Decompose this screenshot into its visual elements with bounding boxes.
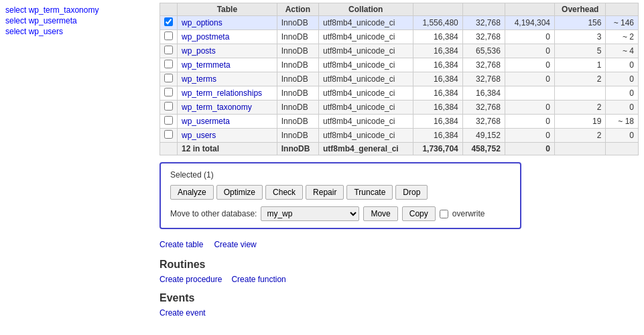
table-data-length: 16,384 <box>413 86 462 100</box>
table-overhead: 3 <box>555 30 606 44</box>
table-header <box>160 3 178 16</box>
table-index-length: 32,768 <box>462 30 505 44</box>
table-size: 0 <box>505 72 554 86</box>
row-checkbox[interactable] <box>164 130 173 139</box>
table-row: wp_termmetaInnoDButf8mb4_unicode_ci16,38… <box>160 58 639 72</box>
table-overhead2: ~ 4 <box>606 44 639 58</box>
total-engine: InnoDB <box>277 143 318 155</box>
table-overhead: 2 <box>555 100 606 115</box>
routines-links: Create procedure Create function <box>159 275 639 284</box>
repair-button[interactable]: Repair <box>306 185 344 200</box>
table-name-link[interactable]: wp_term_relationships <box>182 88 262 98</box>
row-checkbox[interactable] <box>164 60 173 68</box>
table-index-length: 65,536 <box>462 44 505 58</box>
table-name-link[interactable]: wp_postmeta <box>182 32 229 42</box>
table-name-link[interactable]: wp_terms <box>182 74 216 84</box>
row-checkbox[interactable] <box>164 17 173 26</box>
table-data-length: 16,384 <box>413 72 462 86</box>
create-procedure-link[interactable]: Create procedure <box>159 275 222 284</box>
create-table-link[interactable]: Create table <box>159 240 203 249</box>
table-overhead2: ~ 146 <box>606 16 639 30</box>
table-overhead <box>555 86 606 100</box>
overwrite-checkbox[interactable] <box>440 210 448 218</box>
move-label: Move to other database: <box>170 209 257 218</box>
table-overhead: 2 <box>555 72 606 86</box>
create-function-link[interactable]: Create function <box>231 275 285 284</box>
table-index-length: 49,152 <box>462 129 505 143</box>
table-data-length: 16,384 <box>413 58 462 72</box>
selected-box: Selected (1) AnalyzeOptimizeCheckRepairT… <box>159 162 521 229</box>
sidebar: select wp_term_taxonomyselect wp_usermet… <box>0 0 154 335</box>
row-checkbox[interactable] <box>164 46 173 54</box>
table-name-link[interactable]: wp_termmeta <box>182 60 231 70</box>
table-collation: utf8mb4_unicode_ci <box>318 30 413 44</box>
copy-button[interactable]: Copy <box>402 206 436 221</box>
table-engine: InnoDB <box>277 58 318 72</box>
analyze-button[interactable]: Analyze <box>170 185 214 200</box>
table-row: wp_postsInnoDButf8mb4_unicode_ci16,38465… <box>160 44 639 58</box>
row-checkbox[interactable] <box>164 102 173 111</box>
table-name-link[interactable]: wp_term_taxonomy <box>182 103 252 112</box>
total-collation: utf8mb4_general_ci <box>318 143 413 155</box>
table-index-length: 32,768 <box>462 58 505 72</box>
total-index-length: 458,752 <box>462 143 505 155</box>
sidebar-link[interactable]: select wp_usermeta <box>5 16 149 25</box>
total-size: 0 <box>505 143 554 155</box>
table-engine: InnoDB <box>277 86 318 100</box>
action-buttons: AnalyzeOptimizeCheckRepairTruncateDrop <box>170 185 511 200</box>
table-name-link[interactable]: wp_options <box>182 18 222 27</box>
total-row: 12 in totalInnoDButf8mb4_general_ci1,736… <box>160 143 639 155</box>
table-overhead2: 0 <box>606 86 639 100</box>
table-header: Collation <box>318 3 413 16</box>
table-data-length: 16,384 <box>413 115 462 129</box>
check-button[interactable]: Check <box>265 185 303 200</box>
table-data-length: 1,556,480 <box>413 16 462 30</box>
sidebar-link[interactable]: select wp_users <box>5 27 149 36</box>
table-engine: InnoDB <box>277 100 318 115</box>
row-checkbox[interactable] <box>164 31 173 40</box>
sidebar-link[interactable]: select wp_term_taxonomy <box>5 5 149 15</box>
row-checkbox[interactable] <box>164 116 173 125</box>
table-collation: utf8mb4_unicode_ci <box>318 72 413 86</box>
table-name-link[interactable]: wp_posts <box>182 46 216 56</box>
table-collation: utf8mb4_unicode_ci <box>318 86 413 100</box>
table-index-length: 32,768 <box>462 16 505 30</box>
total-data-length: 1,736,704 <box>413 143 462 155</box>
table-collation: utf8mb4_unicode_ci <box>318 16 413 30</box>
row-checkbox[interactable] <box>164 88 173 96</box>
table-name-link[interactable]: wp_users <box>182 131 216 140</box>
table-size: 0 <box>505 100 554 115</box>
create-event-link[interactable]: Create event <box>159 308 206 318</box>
table-overhead2: 0 <box>606 72 639 86</box>
row-checkbox[interactable] <box>164 74 173 82</box>
table-header <box>505 3 554 16</box>
optimize-button[interactable]: Optimize <box>216 185 263 200</box>
table-name-link[interactable]: wp_usermeta <box>182 117 230 126</box>
truncate-button[interactable]: Truncate <box>346 185 393 200</box>
table-overhead: 19 <box>555 115 606 129</box>
table-collation: utf8mb4_unicode_ci <box>318 44 413 58</box>
table-index-length: 32,768 <box>462 72 505 86</box>
create-view-link[interactable]: Create view <box>214 240 256 249</box>
table-overhead2: 0 <box>606 100 639 115</box>
table-data-length: 16,384 <box>413 44 462 58</box>
table-index-length: 32,768 <box>462 100 505 115</box>
table-engine: InnoDB <box>277 115 318 129</box>
table-overhead: 156 <box>555 16 606 30</box>
move-button[interactable]: Move <box>363 206 397 221</box>
table-row: wp_term_relationshipsInnoDButf8mb4_unico… <box>160 86 639 100</box>
table-header: Action <box>277 3 318 16</box>
table-header: Overhead <box>555 3 606 16</box>
table-index-length: 32,768 <box>462 115 505 129</box>
table-overhead2: ~ 18 <box>606 115 639 129</box>
table-overhead: 5 <box>555 44 606 58</box>
table-engine: InnoDB <box>277 129 318 143</box>
database-select[interactable]: my_wpinformation_schemamysqlperformance_… <box>261 206 359 221</box>
drop-button[interactable]: Drop <box>395 185 428 200</box>
table-row: wp_term_taxonomyInnoDButf8mb4_unicode_ci… <box>160 100 639 115</box>
table-size: 0 <box>505 115 554 129</box>
overwrite-label: overwrite <box>452 209 485 218</box>
table-row: wp_usersInnoDButf8mb4_unicode_ci16,38449… <box>160 129 639 143</box>
table-size: 0 <box>505 44 554 58</box>
table-overhead2: 0 <box>606 58 639 72</box>
